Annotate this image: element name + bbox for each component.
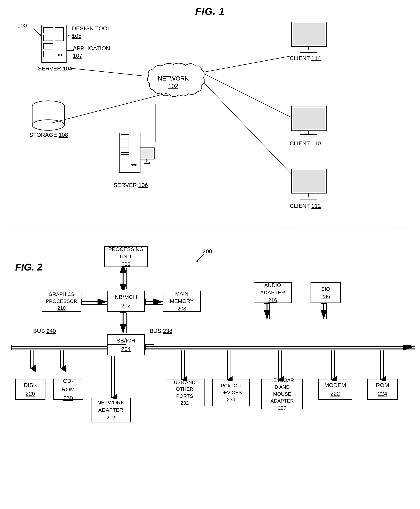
svg-rect-6: [44, 44, 53, 49]
svg-rect-22: [121, 135, 129, 139]
line-server-network: [68, 53, 148, 91]
arrow-sbich-netadapter: [106, 355, 121, 399]
svg-rect-25: [121, 154, 129, 159]
svg-rect-31: [144, 162, 150, 163]
svg-point-8: [58, 54, 60, 56]
disk-box: DISK 226: [15, 379, 45, 400]
svg-rect-7: [44, 51, 53, 57]
pci-devices-box: PCI/PCIe DEVICES 234: [212, 379, 250, 406]
keyboard-mouse-box: KEYBOAR D AND MOUSE ADAPTER 220: [261, 379, 303, 409]
arrow-bus238-keyboard: [275, 349, 288, 381]
arrow-bus238-modem: [328, 349, 341, 381]
ref200-arrow: [193, 252, 208, 263]
line-network-server106: [140, 102, 178, 144]
divider-line: [11, 227, 409, 229]
svg-rect-38: [293, 108, 325, 129]
svg-marker-11: [67, 50, 69, 52]
arrow-bus238-pci: [224, 349, 237, 381]
line-network-client114: [202, 55, 293, 74]
client-110-icon: [290, 106, 330, 138]
svg-line-14: [70, 68, 142, 76]
svg-text:102: 102: [168, 83, 178, 89]
svg-rect-34: [293, 23, 325, 45]
server104-label: SERVER 104: [38, 65, 72, 72]
network-adapter-box: NETWORK ADAPTER 212: [91, 398, 131, 422]
svg-rect-24: [121, 148, 129, 152]
svg-point-27: [134, 164, 136, 166]
svg-point-9: [60, 54, 62, 56]
client-112-icon: [290, 169, 330, 201]
fig1-title: FIG. 1: [195, 6, 225, 17]
main-memory-box: MAIN MEMORY 208: [163, 291, 201, 311]
svg-rect-42: [293, 170, 325, 192]
fig2-title: FIG. 2: [15, 261, 42, 273]
brace-105: [66, 33, 76, 39]
client112-label: CLIENT 112: [290, 203, 321, 209]
server-104-icon: [38, 25, 70, 68]
arrow-audio-bus: [263, 303, 275, 320]
svg-rect-3: [44, 27, 53, 33]
bus240-label: BUS 240: [33, 328, 56, 334]
arrow-nbmch-sbich: [117, 311, 133, 334]
client114-label: CLIENT 114: [290, 55, 321, 61]
arrow-nbmch-mainmem: [145, 298, 164, 308]
design-tool-label: DESIGN TOOL 105: [72, 25, 111, 39]
svg-line-47: [204, 83, 292, 174]
svg-rect-29: [141, 149, 153, 158]
arrow-gp-nbmch: [82, 298, 108, 308]
svg-rect-36: [300, 50, 317, 53]
arrow-pu-nbmch: [117, 267, 133, 290]
ref-100-label: 100: [17, 22, 27, 29]
line-sbich-bus238: [145, 334, 154, 349]
modem-box: MODEM 222: [318, 379, 352, 400]
sio-box: SIO 236: [311, 282, 341, 303]
page: FIG. 1 100 DESIGN TOOL 105 APPLICATION 1…: [0, 0, 420, 509]
audio-adapter-box: AUDIO ADAPTER 216: [254, 282, 292, 303]
svg-rect-4: [44, 35, 53, 41]
line-network-client112: [202, 82, 293, 176]
rom-box: ROM 224: [367, 379, 398, 400]
arrow-sio-bus: [320, 303, 331, 320]
svg-rect-23: [121, 141, 129, 146]
client-114-icon: [290, 22, 330, 54]
svg-line-45: [204, 56, 292, 72]
svg-point-26: [131, 164, 134, 166]
graphics-processor-box: GRAPHICS PROCESSOR 210: [42, 291, 82, 311]
svg-rect-5: [55, 27, 63, 41]
bus238-label: BUS 238: [150, 328, 172, 334]
processing-unit-box: PROCESSING UNIT 206: [104, 246, 148, 267]
arrow-bus238-rom: [377, 349, 390, 381]
cdrom-box: CD- ROM 230: [53, 379, 83, 400]
storage108-label: STORAGE 108: [29, 132, 68, 138]
server106-label: SERVER 106: [114, 182, 148, 188]
svg-text:NETWORK: NETWORK: [158, 75, 189, 82]
usb-ports-box: USB AND OTHER PORTS 232: [165, 379, 204, 406]
arrow-bus238-usb: [178, 349, 191, 381]
arrows-bus240-devices: [15, 349, 91, 380]
nbmch-box: NB/MCH 202: [107, 291, 145, 311]
arrow-app: [66, 48, 76, 53]
svg-rect-44: [300, 197, 317, 199]
svg-rect-40: [300, 135, 317, 137]
client110-label: CLIENT 110: [290, 140, 321, 147]
line-sbich-bus240: [107, 334, 203, 349]
